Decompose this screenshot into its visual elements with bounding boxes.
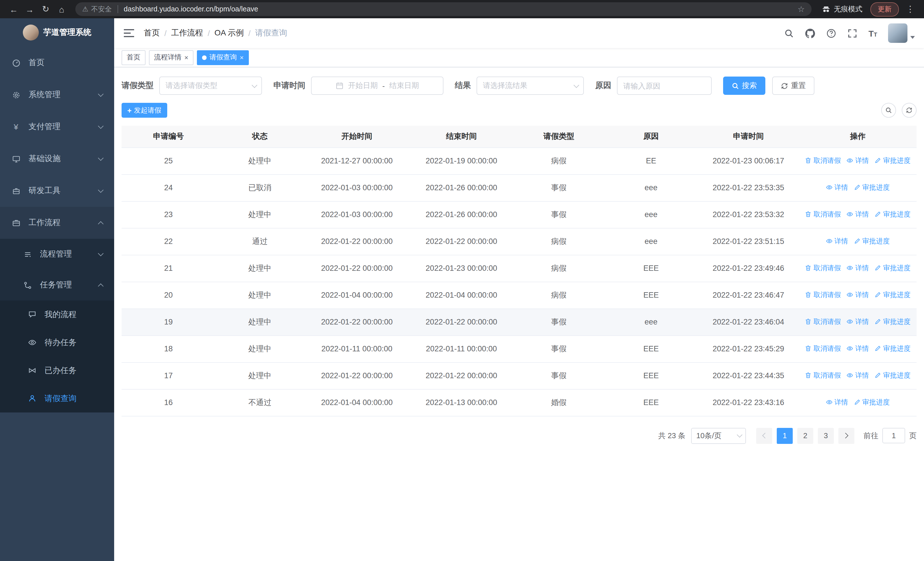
cell-start-time: 2022-01-22 00:00:00 (304, 255, 410, 282)
breadcrumb-item[interactable]: 首页 (144, 28, 160, 38)
detail-action[interactable]: 详情 (847, 263, 869, 273)
approval-progress-action[interactable]: 审批进度 (854, 236, 890, 246)
cell-status: 处理中 (216, 308, 304, 335)
approval-progress-action[interactable]: 审批进度 (854, 183, 890, 193)
tab-home[interactable]: 首页 (122, 50, 146, 65)
detail-action-label: 详情 (834, 236, 848, 246)
cancel-leave-action[interactable]: 取消请假 (805, 156, 841, 165)
breadcrumb-item[interactable]: 工作流程 (171, 28, 203, 38)
table-row[interactable]: 23 处理中 2022-01-03 00:00:00 2022-01-26 00… (122, 201, 916, 228)
sidebar-item-workflow[interactable]: 工作流程 (0, 207, 114, 239)
sidebar-item-task-management[interactable]: 任务管理 (0, 270, 114, 301)
next-page-button[interactable] (838, 428, 854, 444)
cancel-leave-action[interactable]: 取消请假 (805, 263, 841, 273)
table-row[interactable]: 24 已取消 2022-01-03 00:00:00 2022-01-26 00… (122, 174, 916, 201)
sidebar-item-home[interactable]: 首页 (0, 47, 114, 79)
font-size-button[interactable]: TT (868, 28, 877, 38)
user-menu[interactable] (888, 23, 915, 43)
approval-progress-action[interactable]: 审批进度 (874, 156, 910, 165)
home-icon[interactable]: ⌂ (54, 4, 70, 14)
approval-progress-action[interactable]: 审批进度 (874, 344, 910, 353)
detail-action[interactable]: 详情 (847, 290, 869, 300)
detail-action[interactable]: 详情 (847, 317, 869, 327)
table-row[interactable]: 25 处理中 2021-12-27 00:00:00 2022-01-19 00… (122, 147, 916, 174)
search-button[interactable]: 搜索 (723, 77, 765, 95)
back-icon[interactable]: ← (6, 4, 22, 14)
detail-action[interactable]: 详情 (826, 183, 848, 193)
help-button[interactable] (826, 28, 836, 38)
page-button-3[interactable]: 3 (818, 428, 834, 444)
apply-time-range-picker[interactable]: 开始日期 - 结束日期 (311, 77, 444, 95)
reload-icon[interactable]: ↻ (38, 4, 54, 14)
cancel-leave-action[interactable]: 取消请假 (805, 290, 841, 300)
table-row[interactable]: 18 处理中 2022-01-11 00:00:00 2022-01-11 00… (122, 335, 916, 362)
sidebar-item-process-management[interactable]: 流程管理 (0, 239, 114, 270)
table-row[interactable]: 16 不通过 2022-01-04 00:00:00 2022-01-13 00… (122, 389, 916, 416)
prev-page-button[interactable] (756, 428, 772, 444)
table-row[interactable]: 19 处理中 2022-01-22 00:00:00 2022-01-22 00… (122, 308, 916, 335)
edit-icon (874, 319, 882, 325)
approval-progress-action[interactable]: 审批进度 (874, 371, 910, 381)
cancel-leave-action[interactable]: 取消请假 (805, 371, 841, 381)
approval-progress-action[interactable]: 审批进度 (874, 290, 910, 300)
approval-progress-action[interactable]: 审批进度 (874, 210, 910, 220)
update-button[interactable]: 更新 (870, 2, 899, 16)
reset-button[interactable]: 重置 (772, 77, 814, 95)
approval-progress-action-label: 审批进度 (862, 398, 890, 407)
detail-action[interactable]: 详情 (826, 236, 848, 246)
detail-action[interactable]: 详情 (847, 344, 869, 353)
sidebar-item-done-tasks[interactable]: 已办任务 (0, 356, 114, 385)
tab-leave-query[interactable]: 请假查询 × (197, 50, 249, 65)
create-leave-button[interactable]: + 发起请假 (122, 103, 167, 118)
detail-action[interactable]: 详情 (847, 371, 869, 381)
leave-type-select[interactable]: 请选择请假类型 (159, 77, 262, 95)
sidebar-item-system[interactable]: 系统管理 (0, 79, 114, 111)
browser-menu-icon[interactable]: ⋮ (902, 4, 918, 14)
breadcrumb-item[interactable]: OA 示例 (214, 28, 244, 38)
approval-progress-action[interactable]: 审批进度 (874, 317, 910, 327)
sidebar-item-devtools[interactable]: 研发工具 (0, 175, 114, 207)
page-button-2[interactable]: 2 (797, 428, 813, 444)
tab-process-detail[interactable]: 流程详情 × (149, 50, 194, 65)
app-logo[interactable]: 芋道管理系统 (0, 18, 114, 47)
detail-action[interactable]: 详情 (847, 156, 869, 165)
forward-icon[interactable]: → (22, 4, 38, 14)
cancel-leave-action[interactable]: 取消请假 (805, 210, 841, 220)
table-row[interactable]: 21 处理中 2022-01-22 00:00:00 2022-01-23 00… (122, 255, 916, 282)
goto-page-input[interactable] (882, 428, 905, 443)
yen-icon: ¥ (11, 122, 21, 131)
sidebar-toggle-button[interactable] (123, 28, 135, 38)
screen: ← → ↻ ⌂ ⚠ 不安全 dashboard.yudao.iocoder.cn… (0, 0, 924, 561)
detail-action[interactable]: 详情 (826, 398, 848, 407)
search-button[interactable] (784, 28, 794, 38)
cell-reason: EEE (604, 389, 698, 416)
sidebar-item-todo-tasks[interactable]: 待办任务 (0, 328, 114, 356)
tab-close-icon[interactable]: × (240, 54, 244, 61)
detail-action[interactable]: 详情 (847, 210, 869, 220)
page-size-select[interactable]: 10条/页 (691, 428, 746, 444)
cancel-leave-action[interactable]: 取消请假 (805, 317, 841, 327)
tab-close-icon[interactable]: × (184, 54, 188, 61)
approval-progress-action[interactable]: 审批进度 (854, 398, 890, 407)
sidebar-item-payment[interactable]: ¥ 支付管理 (0, 111, 114, 143)
toggle-search-button[interactable] (881, 103, 896, 118)
result-select[interactable]: 请选择流结果 (477, 77, 584, 95)
sidebar-item-infra[interactable]: 基础设施 (0, 143, 114, 175)
table-row[interactable]: 17 处理中 2022-01-22 00:00:00 2022-01-22 00… (122, 362, 916, 389)
sidebar-item-leave-query[interactable]: 请假查询 (0, 385, 114, 412)
fullscreen-button[interactable] (847, 28, 858, 38)
sidebar-item-my-processes[interactable]: 我的流程 (0, 301, 114, 328)
github-button[interactable] (805, 28, 815, 38)
table-row[interactable]: 20 处理中 2022-01-04 00:00:00 2022-01-04 00… (122, 282, 916, 308)
approval-progress-action[interactable]: 审批进度 (874, 263, 910, 273)
page-button-1[interactable]: 1 (777, 428, 793, 444)
table-row[interactable]: 22 通过 2022-01-22 00:00:00 2022-01-22 00:… (122, 228, 916, 255)
refresh-button[interactable] (902, 103, 916, 118)
bookmark-star-icon[interactable]: ☆ (798, 5, 805, 14)
cancel-leave-action[interactable]: 取消请假 (805, 344, 841, 353)
url-bar[interactable]: ⚠ 不安全 dashboard.yudao.iocoder.cn/bpm/oa/… (75, 2, 812, 16)
apply-time-label: 申请时间 (273, 81, 305, 91)
reason-input[interactable] (617, 77, 712, 95)
breadcrumb-separator: / (208, 29, 210, 38)
incognito-badge[interactable]: 无痕模式 (822, 4, 862, 14)
